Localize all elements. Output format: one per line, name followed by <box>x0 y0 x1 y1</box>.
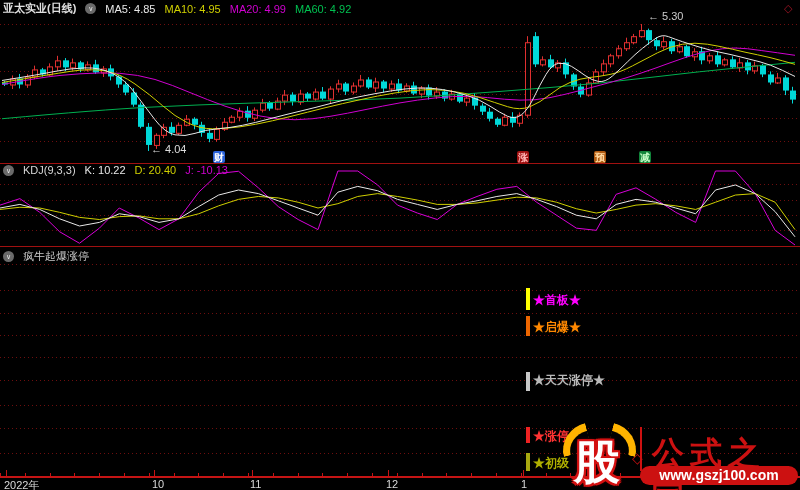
chart-overlay: 亚太实业(日线) ∨ MA5: 4.85 MA10: 4.95 MA20: 4.… <box>0 0 800 490</box>
stock-title: 亚太实业(日线) <box>3 1 76 16</box>
indicator-name: 疯牛起爆涨停 <box>23 249 89 264</box>
ma10-value: MA10: 4.95 <box>164 3 220 15</box>
signal-label: ★启爆★ <box>533 319 581 336</box>
indicator-panel-header: ∨ 疯牛起爆涨停 <box>3 249 89 264</box>
kdj-d-value: D: 20.40 <box>135 164 177 176</box>
signal-bar <box>526 427 530 443</box>
signal-bar <box>526 316 530 336</box>
website-url: www.gszj100.com <box>640 466 798 485</box>
signal-bar <box>526 372 530 391</box>
signal-label: ★首板★ <box>533 292 581 309</box>
event-tag[interactable]: 财 <box>213 151 225 163</box>
logo-divider <box>640 427 642 471</box>
price-panel-header: 亚太实业(日线) ∨ MA5: 4.85 MA10: 4.95 MA20: 4.… <box>3 1 351 16</box>
collapse-chevron-icon[interactable]: ∨ <box>3 251 14 262</box>
signal-bar <box>526 453 530 471</box>
corner-diamond-icon: ◇ <box>784 2 792 15</box>
collapse-chevron-icon[interactable]: ∨ <box>85 3 96 14</box>
signal-label: ★天天涨停★ <box>533 372 605 389</box>
gszj-watermark-logo: 股 ◇ 公式之家 www.gszj100.com <box>552 420 800 490</box>
kdj-name: KDJ(9,3,3) <box>23 164 76 176</box>
axis-month-label: 11 <box>250 478 261 490</box>
bull-logo-icon: 股 <box>558 426 638 490</box>
event-tag[interactable]: 预 <box>594 151 606 163</box>
tdx-window: 亚太实业(日线) ∨ MA5: 4.85 MA10: 4.95 MA20: 4.… <box>0 0 800 490</box>
event-tag[interactable]: 涨 <box>517 151 529 163</box>
ma60-value: MA60: 4.92 <box>295 3 351 15</box>
axis-month-label: 12 <box>386 478 398 490</box>
price-annotation: ← 5.30 <box>648 10 683 22</box>
price-annotation: ← 4.04 <box>151 143 186 155</box>
axis-month-label: 10 <box>152 478 164 490</box>
kdj-k-value: K: 10.22 <box>85 164 126 176</box>
collapse-chevron-icon[interactable]: ∨ <box>3 165 14 176</box>
kdj-j-value: J: -10.13 <box>185 164 228 176</box>
axis-month-label: 1 <box>521 478 527 490</box>
bull-character: 股 <box>574 440 620 486</box>
signal-bar <box>526 288 530 310</box>
event-tag[interactable]: 减 <box>639 151 651 163</box>
ma20-value: MA20: 4.99 <box>230 3 286 15</box>
ma5-value: MA5: 4.85 <box>105 3 155 15</box>
axis-month-label: 2022年 <box>4 478 39 490</box>
kdj-panel-header: ∨ KDJ(9,3,3) K: 10.22 D: 20.40 J: -10.13 <box>3 164 228 176</box>
